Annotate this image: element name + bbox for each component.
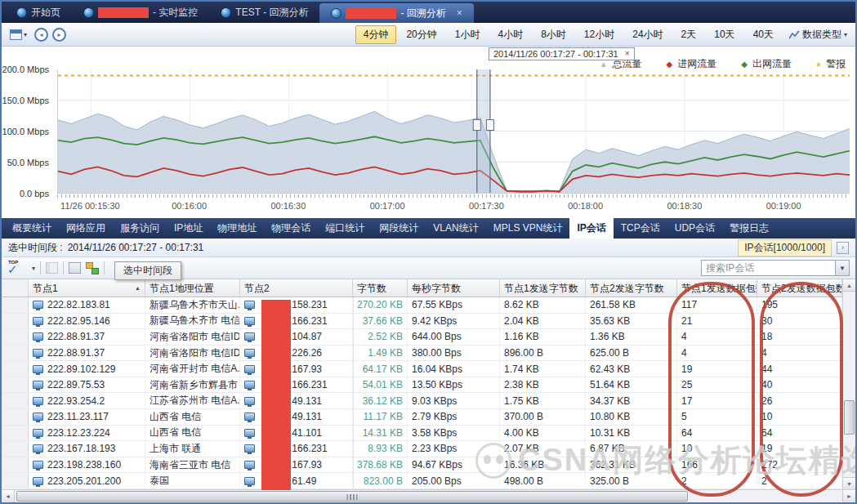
node1-packets-cell: 19	[677, 361, 757, 377]
hidden-tool-icon[interactable]	[124, 266, 136, 277]
table-row[interactable]: 222.82.183.81新疆乌鲁木齐市天山....158.231270.20 …	[2, 297, 842, 314]
table-row[interactable]: 222.89.102.129河南省开封市 电信A....167.9364.17 …	[2, 361, 842, 377]
time-range-button[interactable]: 24小时	[624, 25, 671, 44]
stat-tab-概要统计[interactable]: 概要统计	[5, 218, 59, 239]
row-selector-cell[interactable]	[2, 393, 29, 408]
y-axis-label: 0.0 bps	[0, 189, 49, 198]
column-header[interactable]: 节点2发送字节数	[586, 279, 677, 297]
row-selector-cell[interactable]	[2, 329, 29, 345]
app-tab[interactable]: 开始页	[5, 2, 72, 23]
row-selector-cell[interactable]	[2, 297, 29, 313]
stat-tab-端口统计[interactable]: 端口统计	[318, 218, 372, 239]
stat-tab-UDP会话[interactable]: UDP会话	[667, 218, 722, 239]
row-selector-cell[interactable]	[2, 426, 29, 441]
chevron-down-icon[interactable]: ▾	[32, 265, 35, 272]
stat-tab-IP地址[interactable]: IP地址	[167, 218, 210, 239]
stat-tab-网段统计[interactable]: 网段统计	[372, 218, 426, 239]
calendar-picker-button[interactable]: ▾	[7, 27, 30, 42]
data-type-button[interactable]: 数据类型 ▾	[786, 26, 850, 43]
row-selector-cell[interactable]	[2, 441, 29, 457]
row-selector-cell[interactable]	[2, 314, 29, 329]
time-range-button[interactable]: 40天	[745, 25, 782, 44]
export-frame-icon[interactable]	[69, 262, 81, 274]
row-selector-cell[interactable]	[2, 361, 29, 377]
time-range-button[interactable]: 2天	[673, 25, 705, 44]
time-range-button[interactable]: 4小时	[489, 25, 531, 44]
row-selector-cell[interactable]	[2, 377, 29, 393]
table-row[interactable]: 223.11.23.117山西省 电信.49.13111.17 KB2.79 K…	[2, 409, 842, 426]
hidden-tool-icon[interactable]	[140, 266, 152, 277]
column-header[interactable]: 每秒字节数	[408, 279, 500, 297]
node2-cell: .167.93	[240, 457, 353, 473]
scroll-right-icon[interactable]: ►	[842, 490, 855, 502]
legend-item: ●警报	[816, 57, 846, 71]
grid-view-icon[interactable]	[46, 262, 58, 274]
node1-packets-cell: 25	[677, 377, 757, 393]
stat-tab-MPLS VPN统计[interactable]: MPLS VPN统计	[486, 218, 570, 239]
time-forward-button[interactable]: ►	[52, 28, 66, 42]
stat-tab-服务访问[interactable]: 服务访问	[113, 218, 167, 239]
stat-tab-网络应用[interactable]: 网络应用	[59, 218, 113, 239]
vertical-scrollbar[interactable]: ▲ ▼	[842, 279, 855, 489]
app-tab-strip: 开始页 - 实时监控TEST - 回溯分析 - 回溯分析×	[2, 2, 855, 23]
time-back-button[interactable]: ◄	[34, 28, 48, 42]
stat-tab-警报日志[interactable]: 警报日志	[722, 218, 776, 239]
row-selector-cell[interactable]	[2, 346, 29, 361]
table-row[interactable]: 222.82.95.146新疆乌鲁木齐市 电信.166.23137.66 KB9…	[2, 314, 842, 330]
row-selector-cell[interactable]	[2, 409, 29, 425]
table-row[interactable]: 223.12.23.224山西省 电信.41.10114.31 KB3.58 K…	[2, 426, 842, 442]
table-row[interactable]: 223.167.18.193上海市 联通.166.2318.93 KB2.23 …	[2, 441, 842, 457]
time-range-button[interactable]: 4分钟	[355, 25, 397, 44]
top-filter-button[interactable]: TOP ✓	[7, 261, 27, 275]
scroll-up-icon[interactable]: ▲	[843, 279, 855, 292]
stat-tab-IP会话[interactable]: IP会话	[569, 218, 613, 239]
time-range-button[interactable]: 20分钟	[398, 25, 444, 44]
vertical-scroll-thumb[interactable]	[844, 400, 855, 435]
column-header[interactable]	[2, 279, 29, 297]
app-tab[interactable]: - 回溯分析×	[319, 3, 473, 23]
stat-tab-VLAN统计[interactable]: VLAN统计	[426, 218, 485, 239]
tab-globe-icon	[221, 7, 231, 18]
legend-label: 出网流量	[752, 57, 792, 71]
row-selector-cell[interactable]	[2, 457, 29, 473]
search-input[interactable]	[701, 260, 836, 276]
row-selector-cell[interactable]	[2, 473, 29, 488]
badge-expand-button[interactable]: ›	[837, 242, 849, 254]
stat-tab-TCP会话[interactable]: TCP会话	[614, 218, 667, 239]
time-range-button[interactable]: 1小时	[447, 25, 489, 44]
time-range-button[interactable]: 8小时	[533, 25, 574, 44]
table-row[interactable]: 222.93.254.2江苏省苏州市 电信A....49.13136.12 KB…	[2, 393, 842, 409]
org-chart-icon[interactable]	[86, 262, 99, 274]
close-icon[interactable]: ×	[457, 7, 462, 19]
column-header[interactable]: 字节数	[353, 279, 408, 297]
table-row[interactable]: 223.205.201.200泰国.61.49823.00 B205.00 Bp…	[2, 473, 842, 489]
column-header[interactable]: 节点2	[240, 279, 353, 297]
table-row[interactable]: 222.88.91.37河南省洛阳市 电信ID....104.872.52 KB…	[2, 329, 842, 346]
table-row[interactable]: 222.89.75.53河南省新乡市辉县市 ....166.23154.01 K…	[2, 377, 842, 394]
scroll-left-icon[interactable]: ◄	[2, 490, 15, 502]
close-icon[interactable]: ×	[625, 48, 630, 60]
time-range-button[interactable]: 12小时	[576, 25, 623, 44]
chart-plot-area[interactable]	[57, 69, 850, 194]
selected-range-value: 2014/11/26 00:17:27 - 00:17:31	[68, 242, 204, 253]
host-icon	[244, 461, 255, 469]
horizontal-scrollbar[interactable]: ◄ ►	[2, 489, 855, 502]
app-tab[interactable]: TEST - 回溯分析	[209, 2, 319, 23]
time-range-button[interactable]: 10天	[706, 25, 743, 44]
column-header[interactable]: 节点1地理位置	[145, 279, 240, 297]
column-header[interactable]: 节点1▲	[29, 279, 145, 297]
column-header[interactable]: 节点2发送数据包数	[757, 279, 842, 297]
node2-bytes-cell: 10.80 KB	[586, 409, 677, 425]
app-tab[interactable]: - 实时监控	[72, 2, 209, 23]
node1-cell: 222.82.183.81	[29, 297, 145, 313]
scroll-down-icon[interactable]: ▼	[843, 477, 855, 489]
table-row[interactable]: 222.88.91.37河南省洛阳市 电信ID....226.261.49 KB…	[2, 346, 842, 362]
column-header[interactable]: 节点1发送数据包数	[677, 279, 757, 297]
column-header[interactable]: 节点1发送字节数	[500, 279, 586, 297]
stat-tab-物理地址[interactable]: 物理地址	[210, 218, 264, 239]
stat-tab-物理会话[interactable]: 物理会话	[264, 218, 318, 239]
hidden-tool-icon[interactable]	[155, 266, 167, 277]
table-row[interactable]: 223.198.238.160海南省三亚市 电信.167.93378.68 KB…	[2, 457, 842, 474]
horizontal-scroll-thumb[interactable]	[16, 491, 688, 502]
search-dropdown-button[interactable]: ▼	[836, 260, 850, 276]
